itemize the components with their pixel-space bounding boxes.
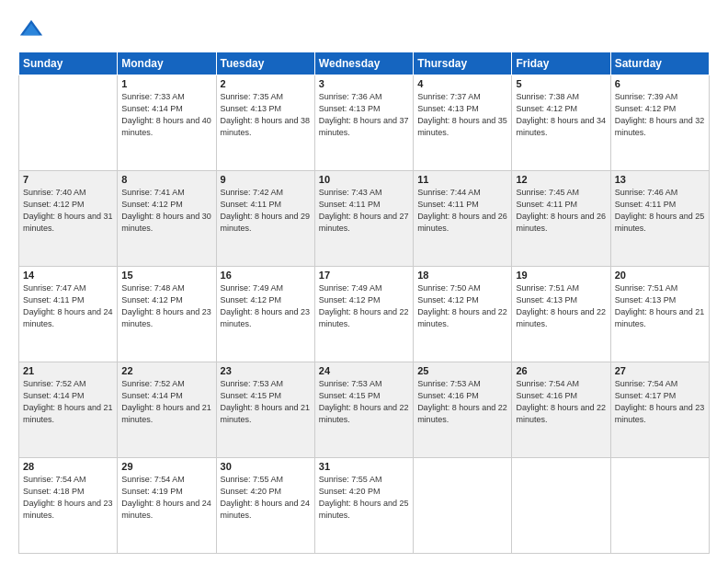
day-info: Sunrise: 7:50 AMSunset: 4:12 PMDaylight:… [417,282,507,330]
calendar-day-cell: 14 Sunrise: 7:47 AMSunset: 4:11 PMDaylig… [19,267,118,362]
calendar-day-cell [610,458,709,554]
day-info: Sunrise: 7:48 AMSunset: 4:12 PMDaylight:… [121,282,211,330]
weekday-header-thursday: Thursday [414,52,512,75]
day-number: 30 [221,461,311,472]
day-info: Sunrise: 7:53 AMSunset: 4:16 PMDaylight:… [417,378,507,426]
day-info: Sunrise: 7:46 AMSunset: 4:11 PMDaylight:… [615,187,705,235]
day-number: 28 [23,461,113,472]
calendar-day-cell: 9 Sunrise: 7:42 AMSunset: 4:11 PMDayligh… [216,171,314,267]
calendar-day-cell: 21 Sunrise: 7:52 AMSunset: 4:14 PMDaylig… [19,362,118,458]
day-number: 7 [23,174,113,185]
calendar-day-cell: 4 Sunrise: 7:37 AMSunset: 4:13 PMDayligh… [414,75,512,171]
day-info: Sunrise: 7:51 AMSunset: 4:13 PMDaylight:… [516,282,606,330]
calendar-day-cell: 26 Sunrise: 7:54 AMSunset: 4:16 PMDaylig… [512,362,610,458]
calendar-day-cell: 25 Sunrise: 7:53 AMSunset: 4:16 PMDaylig… [414,362,512,458]
calendar-day-cell: 2 Sunrise: 7:35 AMSunset: 4:13 PMDayligh… [216,75,314,171]
calendar-day-cell: 11 Sunrise: 7:44 AMSunset: 4:11 PMDaylig… [414,171,512,267]
day-info: Sunrise: 7:54 AMSunset: 4:17 PMDaylight:… [615,378,705,426]
logo [18,17,48,42]
day-number: 6 [615,78,705,89]
weekday-header-saturday: Saturday [610,52,709,75]
day-info: Sunrise: 7:35 AMSunset: 4:13 PMDaylight:… [221,91,311,139]
calendar-day-cell: 31 Sunrise: 7:55 AMSunset: 4:20 PMDaylig… [314,458,413,554]
day-number: 22 [121,365,211,376]
weekday-header-wednesday: Wednesday [314,52,413,75]
calendar-day-cell: 3 Sunrise: 7:36 AMSunset: 4:13 PMDayligh… [314,75,413,171]
calendar-week-row: 14 Sunrise: 7:47 AMSunset: 4:11 PMDaylig… [19,267,710,362]
calendar-day-cell: 27 Sunrise: 7:54 AMSunset: 4:17 PMDaylig… [610,362,709,458]
day-info: Sunrise: 7:37 AMSunset: 4:13 PMDaylight:… [417,91,507,139]
day-number: 1 [121,78,211,89]
calendar-week-row: 21 Sunrise: 7:52 AMSunset: 4:14 PMDaylig… [19,362,710,458]
calendar-day-cell: 5 Sunrise: 7:38 AMSunset: 4:12 PMDayligh… [512,75,610,171]
calendar-day-cell: 22 Sunrise: 7:52 AMSunset: 4:14 PMDaylig… [118,362,216,458]
calendar-day-cell: 24 Sunrise: 7:53 AMSunset: 4:15 PMDaylig… [314,362,413,458]
day-info: Sunrise: 7:53 AMSunset: 4:15 PMDaylight:… [221,378,311,426]
day-number: 29 [121,461,211,472]
day-number: 5 [516,78,606,89]
day-number: 20 [615,270,705,281]
page: SundayMondayTuesdayWednesdayThursdayFrid… [0,0,728,563]
day-info: Sunrise: 7:52 AMSunset: 4:14 PMDaylight:… [23,378,113,426]
calendar-week-row: 28 Sunrise: 7:54 AMSunset: 4:18 PMDaylig… [19,458,710,554]
day-number: 8 [121,174,211,185]
day-info: Sunrise: 7:51 AMSunset: 4:13 PMDaylight:… [615,282,705,330]
day-number: 9 [221,174,311,185]
day-info: Sunrise: 7:54 AMSunset: 4:18 PMDaylight:… [23,474,113,522]
calendar-day-cell: 20 Sunrise: 7:51 AMSunset: 4:13 PMDaylig… [610,267,709,362]
weekday-header-sunday: Sunday [19,52,118,75]
day-info: Sunrise: 7:55 AMSunset: 4:20 PMDaylight:… [221,474,311,522]
calendar-day-cell: 18 Sunrise: 7:50 AMSunset: 4:12 PMDaylig… [414,267,512,362]
day-number: 11 [417,174,507,185]
day-number: 19 [516,270,606,281]
day-number: 21 [23,365,113,376]
calendar-day-cell: 30 Sunrise: 7:55 AMSunset: 4:20 PMDaylig… [216,458,314,554]
calendar-week-row: 7 Sunrise: 7:40 AMSunset: 4:12 PMDayligh… [19,171,710,267]
header [18,17,710,42]
day-info: Sunrise: 7:49 AMSunset: 4:12 PMDaylight:… [221,282,311,330]
calendar-day-cell: 28 Sunrise: 7:54 AMSunset: 4:18 PMDaylig… [19,458,118,554]
day-number: 13 [615,174,705,185]
day-info: Sunrise: 7:33 AMSunset: 4:14 PMDaylight:… [121,91,211,139]
day-info: Sunrise: 7:55 AMSunset: 4:20 PMDaylight:… [319,474,409,522]
day-number: 24 [319,365,409,376]
day-number: 2 [221,78,311,89]
day-info: Sunrise: 7:38 AMSunset: 4:12 PMDaylight:… [516,91,606,139]
day-number: 10 [319,174,409,185]
weekday-header-monday: Monday [118,52,216,75]
calendar-header-row: SundayMondayTuesdayWednesdayThursdayFrid… [19,52,710,75]
calendar-day-cell: 19 Sunrise: 7:51 AMSunset: 4:13 PMDaylig… [512,267,610,362]
day-number: 31 [319,461,409,472]
calendar-day-cell: 1 Sunrise: 7:33 AMSunset: 4:14 PMDayligh… [118,75,216,171]
calendar-day-cell: 17 Sunrise: 7:49 AMSunset: 4:12 PMDaylig… [314,267,413,362]
calendar-day-cell: 7 Sunrise: 7:40 AMSunset: 4:12 PMDayligh… [19,171,118,267]
calendar-day-cell: 8 Sunrise: 7:41 AMSunset: 4:12 PMDayligh… [118,171,216,267]
day-info: Sunrise: 7:54 AMSunset: 4:16 PMDaylight:… [516,378,606,426]
calendar-day-cell [512,458,610,554]
day-info: Sunrise: 7:40 AMSunset: 4:12 PMDaylight:… [23,187,113,235]
calendar-table: SundayMondayTuesdayWednesdayThursdayFrid… [18,52,710,554]
calendar-day-cell: 13 Sunrise: 7:46 AMSunset: 4:11 PMDaylig… [610,171,709,267]
day-number: 16 [221,270,311,281]
calendar-day-cell: 10 Sunrise: 7:43 AMSunset: 4:11 PMDaylig… [314,171,413,267]
day-number: 23 [221,365,311,376]
day-info: Sunrise: 7:42 AMSunset: 4:11 PMDaylight:… [221,187,311,235]
day-number: 14 [23,270,113,281]
day-number: 15 [121,270,211,281]
calendar-day-cell: 16 Sunrise: 7:49 AMSunset: 4:12 PMDaylig… [216,267,314,362]
calendar-day-cell: 23 Sunrise: 7:53 AMSunset: 4:15 PMDaylig… [216,362,314,458]
day-number: 3 [319,78,409,89]
day-info: Sunrise: 7:41 AMSunset: 4:12 PMDaylight:… [121,187,211,235]
day-info: Sunrise: 7:49 AMSunset: 4:12 PMDaylight:… [319,282,409,330]
day-number: 18 [417,270,507,281]
day-info: Sunrise: 7:36 AMSunset: 4:13 PMDaylight:… [319,91,409,139]
day-info: Sunrise: 7:54 AMSunset: 4:19 PMDaylight:… [121,474,211,522]
day-info: Sunrise: 7:53 AMSunset: 4:15 PMDaylight:… [319,378,409,426]
day-number: 26 [516,365,606,376]
day-info: Sunrise: 7:44 AMSunset: 4:11 PMDaylight:… [417,187,507,235]
day-number: 17 [319,270,409,281]
calendar-day-cell: 15 Sunrise: 7:48 AMSunset: 4:12 PMDaylig… [118,267,216,362]
calendar-day-cell: 29 Sunrise: 7:54 AMSunset: 4:19 PMDaylig… [118,458,216,554]
calendar-day-cell: 6 Sunrise: 7:39 AMSunset: 4:12 PMDayligh… [610,75,709,171]
day-number: 27 [615,365,705,376]
